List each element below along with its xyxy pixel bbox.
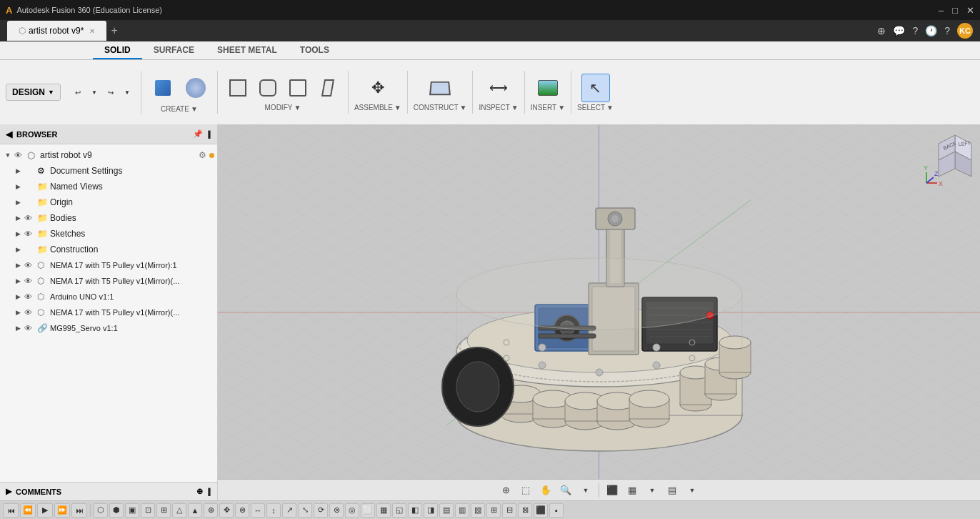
tab-close-icon[interactable]: ✕ [89,27,95,35]
status-icon-5[interactable]: ⊞ [156,503,171,518]
construct-label[interactable]: CONSTRUCT ▼ [414,104,467,112]
insert-image-button[interactable] [534,74,562,102]
status-icon-22[interactable]: ◨ [424,503,438,518]
expand-nema2-icon[interactable]: ▶ [13,276,23,286]
assemble-move-button[interactable]: ✥ [364,74,392,102]
insert-label[interactable]: INSERT ▼ [531,104,565,112]
expand-doc-settings-icon[interactable]: ▶ [13,166,23,176]
status-icon-1[interactable]: ⬡ [94,503,108,518]
tree-item-document-settings[interactable]: ▶ ⚙ Document Settings [0,163,217,179]
modify-label[interactable]: MODIFY ▼ [265,104,301,112]
inspect-label[interactable]: INSPECT ▼ [479,104,518,112]
expand-sketches-icon[interactable]: ▶ [13,229,23,239]
tree-item-mg995[interactable]: ▶ 👁 🔗 MG995_Servo v1:1 [0,320,217,336]
browser-pin-icon[interactable]: 📌 [193,129,203,139]
undo-button[interactable]: ↩ [68,82,88,102]
status-icon-23[interactable]: ▤ [439,503,454,518]
create-revolve-button[interactable] [180,72,211,104]
redo-dropdown-button[interactable]: ▼ [122,82,132,102]
status-icon-29[interactable]: ⬛ [534,503,548,518]
status-play-back-button[interactable]: ⏪ [20,503,36,518]
status-play-next-button[interactable]: ⏭ [71,503,87,518]
comments-collapse-icon[interactable]: ‖ [207,487,211,496]
eye-nema3-icon[interactable]: 👁 [24,308,36,317]
help-icon[interactable]: ? [944,25,950,36]
status-icon-3[interactable]: ▣ [125,503,139,518]
status-icon-28[interactable]: ⊠ [518,503,532,518]
modify-fillet-button[interactable] [254,74,282,102]
history-icon[interactable]: 🕐 [925,25,937,36]
tree-item-nema1[interactable]: ▶ 👁 ⬡ NEMA 17 with T5 Pulley v1(Mirror):… [0,257,217,273]
tree-item-construction[interactable]: ▶ 📁 Construction [0,242,217,257]
add-tab-button[interactable]: + [111,24,117,37]
status-icon-11[interactable]: ↔ [251,503,265,518]
user-avatar[interactable]: KC [957,23,973,39]
comments-add-icon[interactable]: ⊕ [196,487,203,496]
eye-mg995-icon[interactable]: 👁 [24,324,36,332]
modify-push-pull-button[interactable] [224,74,252,102]
zoom-button[interactable]: 🔍 [557,482,574,499]
construct-plane-button[interactable] [426,74,454,102]
status-icon-30[interactable]: ▪ [549,503,564,518]
eye-arduino-icon[interactable]: 👁 [24,292,36,301]
expand-nema3-icon[interactable]: ▶ [13,307,23,317]
modify-draft-button[interactable] [314,74,342,102]
status-icon-16[interactable]: ⊚ [329,503,344,518]
assemble-label[interactable]: ASSEMBLE ▼ [354,104,401,112]
grid-dropdown-button[interactable]: ▼ [644,482,661,499]
status-icon-14[interactable]: ⤡ [298,503,312,518]
status-icon-25[interactable]: ▧ [471,503,485,518]
eye-bodies-icon[interactable]: 👁 [24,214,36,222]
restore-button[interactable]: □ [952,5,958,16]
comments-expand-icon[interactable]: ▶ [6,487,11,496]
zoom-dropdown-button[interactable]: ▼ [577,482,594,499]
create-extrude-button[interactable] [147,72,179,104]
expand-origin-icon[interactable]: ▶ [13,197,23,207]
expand-construction-icon[interactable]: ▶ [13,244,23,254]
close-button[interactable]: ✕ [966,5,974,16]
status-icon-26[interactable]: ⊞ [486,503,501,518]
tree-item-origin[interactable]: ▶ 📁 Origin [0,194,217,210]
status-icon-7[interactable]: ▲ [188,503,202,518]
redo-button[interactable]: ↪ [101,82,121,102]
status-icon-18[interactable]: ⬜ [361,503,375,518]
status-icon-4[interactable]: ⊡ [141,503,155,518]
tab-sheet-metal[interactable]: SHEET METAL [206,42,289,59]
status-icon-8[interactable]: ⊕ [204,503,218,518]
expand-bodies-icon[interactable]: ▶ [13,213,23,223]
tree-item-root[interactable]: ▼ 👁 ⬡ artist robot v9 ⚙ [0,147,217,163]
help-web-icon[interactable]: ? [912,25,918,36]
root-settings-icon[interactable]: ⚙ [199,150,206,160]
viewport[interactable]: X Y Z BACK LEFT [218,124,980,500]
tab-solid[interactable]: SOLID [93,42,142,59]
inspect-measure-button[interactable]: ⟷ [484,74,513,102]
expand-mg995-icon[interactable]: ▶ [13,323,23,333]
orbit-button[interactable]: ⊕ [497,482,514,499]
tree-item-nema2[interactable]: ▶ 👁 ⬡ NEMA 17 with T5 Pulley v1(Mirror)(… [0,273,217,289]
status-play-prev-button[interactable]: ⏮ [3,503,19,518]
pan-button[interactable]: ✋ [537,482,554,499]
tree-item-sketches[interactable]: ▶ 👁 📁 Sketches [0,226,217,242]
status-icon-13[interactable]: ↗ [282,503,296,518]
status-icon-19[interactable]: ▦ [376,503,391,518]
undo-dropdown-button[interactable]: ▼ [89,82,99,102]
expand-named-views-icon[interactable]: ▶ [13,182,23,192]
expand-root-icon[interactable]: ▼ [3,150,13,160]
select-label[interactable]: SELECT ▼ [577,104,614,112]
status-play-button[interactable]: ▶ [37,503,53,518]
design-button[interactable]: DESIGN ▼ [6,84,61,101]
browser-back-icon[interactable]: ◀ [6,129,12,139]
tab-surface[interactable]: SURFACE [142,42,206,59]
comments-icon[interactable]: 💬 [893,25,905,36]
status-icon-21[interactable]: ◧ [408,503,422,518]
tree-item-named-views[interactable]: ▶ 📁 Named Views [0,179,217,194]
tree-item-arduino[interactable]: ▶ 👁 ⬡ Arduino UNO v1:1 [0,289,217,305]
expand-arduino-icon[interactable]: ▶ [13,292,23,302]
status-icon-10[interactable]: ⊗ [235,503,249,518]
minimize-button[interactable]: – [939,5,944,16]
eye-sketches-icon[interactable]: 👁 [24,229,36,238]
select-button[interactable]: ↖ [581,74,610,102]
create-label[interactable]: CREATE ▼ [161,105,198,113]
view-cube-toggle-button[interactable]: ⬚ [517,482,534,499]
status-icon-15[interactable]: ⟳ [314,503,328,518]
